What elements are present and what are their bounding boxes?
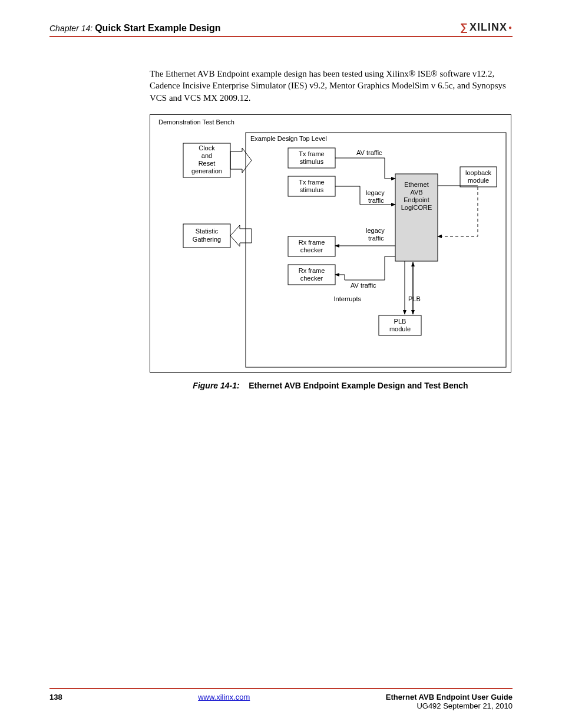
avb-core-box: Ethernet AVB Endpoint LogiCORE xyxy=(395,174,438,261)
svg-text:stimulus: stimulus xyxy=(300,158,324,165)
figure-container: Demonstration Test Bench Example Design … xyxy=(150,114,511,390)
xilinx-logo: ∑ XILINX ● xyxy=(460,21,513,34)
page-number: 138 xyxy=(49,693,62,701)
legacy-2b-label: traffic xyxy=(368,235,384,242)
av-traffic-1-label: AV traffic xyxy=(356,149,382,156)
plb-module-box: PLB module xyxy=(379,315,421,335)
chapter-label: Chapter 14: Quick Start Example Design xyxy=(49,23,221,34)
rx-checker-1-box: Rx frame checker xyxy=(288,236,335,256)
tx-stimulus-1-box: Tx frame stimulus xyxy=(288,148,335,168)
loopback-box: loopback module xyxy=(460,167,497,187)
intro-paragraph: The Ethernet AVB Endpoint example design… xyxy=(150,68,513,104)
chapter-title: Quick Start Example Design xyxy=(95,23,220,33)
tx2-arrow xyxy=(335,186,395,205)
svg-text:Statistic: Statistic xyxy=(196,228,219,235)
chapter-prefix: Chapter 14: xyxy=(49,24,92,33)
clock-reset-box: Clock and Reset generation xyxy=(183,143,230,177)
footer-link-wrap: www.xilinx.com xyxy=(198,693,250,701)
svg-text:stimulus: stimulus xyxy=(300,186,324,193)
svg-text:Rx frame: Rx frame xyxy=(299,267,325,274)
figure-caption: Figure 14-1: Ethernet AVB Endpoint Examp… xyxy=(150,381,511,390)
tx-stimulus-2-box: Tx frame stimulus xyxy=(288,176,335,196)
figure-title: Ethernet AVB Endpoint Example Design and… xyxy=(249,381,468,390)
rx-checker-2-box: Rx frame checker xyxy=(288,265,335,285)
legacy-1b-label: traffic xyxy=(368,197,384,204)
svg-text:Reset: Reset xyxy=(199,160,216,167)
stat-arrow-icon xyxy=(230,225,252,246)
svg-text:checker: checker xyxy=(300,275,323,282)
svg-text:checker: checker xyxy=(300,246,323,253)
page-footer: 138 www.xilinx.com Ethernet AVB Endpoint… xyxy=(49,688,513,710)
svg-text:Endpoint: Endpoint xyxy=(404,196,429,203)
figure-number: Figure 14-1: xyxy=(193,381,239,390)
clock-arrow-icon xyxy=(230,148,252,173)
svg-text:Clock: Clock xyxy=(199,144,215,151)
svg-text:generation: generation xyxy=(191,167,222,174)
legacy-2-label: legacy xyxy=(366,227,385,234)
logo-dot-icon: ● xyxy=(508,24,513,31)
svg-text:Rx frame: Rx frame xyxy=(299,239,325,246)
doc-title: Ethernet AVB Endpoint User Guide xyxy=(386,693,513,701)
svg-text:and: and xyxy=(201,152,212,159)
footer-right: Ethernet AVB Endpoint User Guide UG492 S… xyxy=(386,693,513,710)
inner-top-label: Example Design Top Level xyxy=(250,135,327,142)
logo-text: XILINX xyxy=(470,21,507,34)
svg-text:Tx frame: Tx frame xyxy=(299,150,324,157)
loopback-dashed xyxy=(438,187,478,236)
legacy-1-label: legacy xyxy=(366,189,385,196)
svg-text:Tx frame: Tx frame xyxy=(299,179,324,186)
svg-text:AVB: AVB xyxy=(410,189,422,196)
footer-link[interactable]: www.xilinx.com xyxy=(198,693,250,701)
svg-text:module: module xyxy=(389,325,411,332)
diagram-svg: Demonstration Test Bench Example Design … xyxy=(150,114,511,373)
logo-sigma-icon: ∑ xyxy=(460,21,468,34)
stat-gathering-box: Statistic Gathering xyxy=(183,224,230,248)
page-header: Chapter 14: Quick Start Example Design ∑… xyxy=(49,21,513,37)
svg-text:loopback: loopback xyxy=(465,169,492,176)
doc-id-date: UG492 September 21, 2010 xyxy=(386,701,513,710)
svg-text:PLB: PLB xyxy=(394,318,406,325)
tx1-arrow xyxy=(335,158,395,179)
av-traffic-2-label: AV traffic xyxy=(351,282,376,289)
svg-text:Gathering: Gathering xyxy=(193,236,221,243)
plb-label: PLB xyxy=(408,295,421,302)
svg-text:module: module xyxy=(468,177,489,184)
svg-text:LogiCORE: LogiCORE xyxy=(401,204,432,211)
rx2-arrow xyxy=(335,256,395,280)
interrupts-label: Interrupts xyxy=(334,295,362,302)
svg-text:Ethernet: Ethernet xyxy=(404,181,429,188)
outer-bench-label: Demonstration Test Bench xyxy=(158,118,234,126)
